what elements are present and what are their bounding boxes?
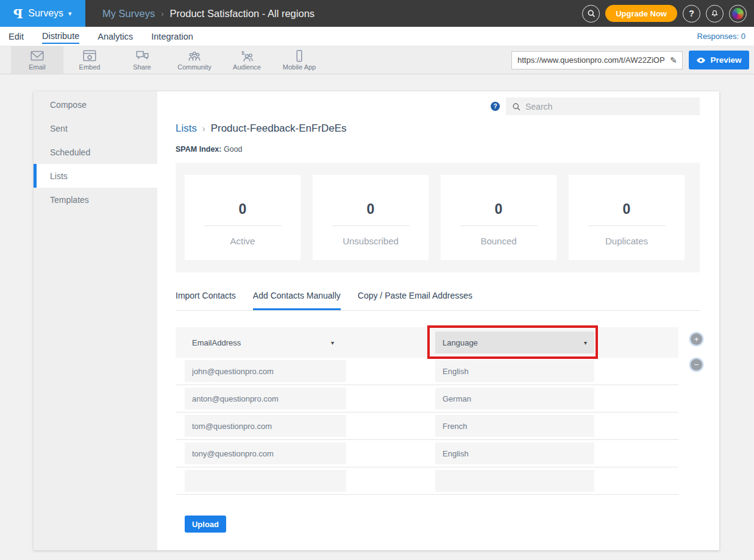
spam-index-value: Good <box>224 145 243 154</box>
stat-card-duplicates: 0 Duplicates <box>569 175 685 260</box>
avatar-logo-icon <box>732 8 744 19</box>
email-input[interactable] <box>185 360 346 382</box>
contacts-table: EmailAddress ▾ Language ▾ <box>176 327 678 495</box>
nav-integration[interactable]: Integration <box>151 29 193 43</box>
page-title: Product Satisfaction - All regions <box>170 8 315 19</box>
sidebar-item-sent[interactable]: Sent <box>34 116 157 140</box>
list-search-input[interactable] <box>525 102 700 112</box>
remove-row-button[interactable]: − <box>691 359 702 370</box>
bell-icon <box>710 9 719 18</box>
language-input[interactable] <box>435 470 594 492</box>
stat-value: 0 <box>313 201 429 218</box>
tab-copy-paste-email-addresses[interactable]: Copy / Paste Email Addresses <box>358 291 472 310</box>
top-bar: P Surveys ▾ My Surveys › Product Satisfa… <box>0 0 754 27</box>
edit-url-pencil-icon[interactable]: ✎ <box>670 55 682 65</box>
toolbar-item-mobile-app[interactable]: Mobile App <box>273 46 325 74</box>
upgrade-now-button[interactable]: Upgrade Now <box>605 5 677 22</box>
surveys-product-menu[interactable]: P Surveys ▾ <box>0 0 85 27</box>
add-row-button[interactable]: + <box>691 333 702 345</box>
toolbar-item-share[interactable]: Share <box>116 46 168 74</box>
email-column-select[interactable]: EmailAddress ▾ <box>185 331 341 353</box>
email-input[interactable] <box>185 388 346 409</box>
chevron-down-icon: ▾ <box>331 339 334 346</box>
breadcrumb-lists-link[interactable]: Lists <box>176 122 197 135</box>
list-search-box <box>506 97 700 115</box>
survey-url-field: ✎ <box>511 51 683 69</box>
notifications-button[interactable] <box>706 5 724 23</box>
toolbar-right: ✎ Preview <box>511 46 754 74</box>
language-input[interactable] <box>435 388 594 409</box>
stat-card-unsubscribed: 0 Unsubscribed <box>313 175 429 260</box>
tab-import-contacts[interactable]: Import Contacts <box>176 291 236 310</box>
preview-button[interactable]: Preview <box>689 51 749 69</box>
mobile-phone-icon <box>291 49 307 63</box>
sidebar-item-compose[interactable]: Compose <box>34 93 157 116</box>
stat-label: Unsubscribed <box>313 236 429 246</box>
breadcrumb-my-surveys[interactable]: My Surveys <box>102 8 155 19</box>
list-name: Product-Feedback-EnFrDeEs <box>211 122 347 135</box>
toolbar-item-audience[interactable]: $ Audience <box>221 46 273 74</box>
toolbar-item-email[interactable]: Email <box>11 46 63 74</box>
stat-value: 0 <box>569 201 685 218</box>
chevron-down-icon: ▾ <box>68 10 72 18</box>
sidebar-item-templates[interactable]: Templates <box>34 188 157 211</box>
contact-row <box>176 385 678 413</box>
nav-distribute[interactable]: Distribute <box>42 29 79 44</box>
tab-add-contacts-manually[interactable]: Add Contacts Manually <box>253 291 341 310</box>
stat-value: 0 <box>185 201 301 218</box>
upload-button[interactable]: Upload <box>185 516 226 533</box>
stat-card-active: 0 Active <box>185 175 301 260</box>
list-stats-panel: 0 Active 0 Unsubscribed 0 Bounced 0 Dupl… <box>176 163 700 272</box>
embed-icon <box>82 49 98 63</box>
contact-row <box>176 413 678 440</box>
email-input[interactable] <box>185 442 346 464</box>
distribute-toolbar: Email Embed Share Community $ Audience M… <box>0 46 754 74</box>
help-button[interactable]: ? <box>683 5 700 23</box>
search-button[interactable] <box>582 5 600 23</box>
stat-card-bounced: 0 Bounced <box>441 175 557 260</box>
email-lists-card: Compose Sent Scheduled Lists Templates ?… <box>34 91 719 550</box>
stat-divider <box>332 225 410 226</box>
svg-text:$: $ <box>241 50 244 56</box>
topbar-actions: Upgrade Now ? <box>582 5 754 23</box>
sidebar-item-lists[interactable]: Lists <box>34 164 157 188</box>
breadcrumb-separator: › <box>202 124 205 133</box>
nav-edit[interactable]: Edit <box>9 29 24 43</box>
row-controls: + − <box>691 333 702 370</box>
contact-row-empty <box>176 467 678 495</box>
stat-label: Bounced <box>441 236 557 246</box>
search-icon <box>512 102 521 111</box>
community-people-icon <box>187 49 202 63</box>
toolbar-item-embed[interactable]: Embed <box>63 46 116 74</box>
survey-url-input[interactable] <box>512 52 670 69</box>
language-input[interactable] <box>435 442 594 464</box>
email-input[interactable] <box>185 415 346 437</box>
toolbar-item-community[interactable]: Community <box>168 46 221 74</box>
language-input[interactable] <box>435 415 594 437</box>
language-input[interactable] <box>435 360 594 382</box>
account-avatar[interactable] <box>729 5 747 23</box>
product-label: Surveys <box>28 8 63 19</box>
audience-icon: $ <box>239 49 255 63</box>
language-column-select[interactable]: Language ▾ <box>435 331 594 353</box>
eye-icon <box>696 57 706 64</box>
share-bubbles-icon <box>134 49 150 63</box>
stat-value: 0 <box>441 201 557 218</box>
survey-nav: Edit Distribute Analytics Integration Re… <box>0 27 754 46</box>
stat-divider <box>460 225 538 226</box>
questionpro-logo: P <box>13 6 23 21</box>
question-mark-icon: ? <box>689 9 694 18</box>
email-input[interactable] <box>185 470 346 492</box>
help-circle-icon[interactable]: ? <box>491 102 500 111</box>
envelope-icon <box>29 49 45 63</box>
list-search-row: ? <box>176 97 700 115</box>
sidebar-item-scheduled[interactable]: Scheduled <box>34 140 157 164</box>
nav-analytics[interactable]: Analytics <box>98 29 133 43</box>
lists-content: ? Lists › Product-Feedback-EnFrDeEs SPAM… <box>157 91 719 550</box>
breadcrumb: My Surveys › Product Satisfaction - All … <box>102 8 315 19</box>
chevron-down-icon: ▾ <box>584 339 587 346</box>
responses-count: Responses: 0 <box>697 32 746 41</box>
email-sidebar: Compose Sent Scheduled Lists Templates <box>34 91 157 550</box>
stat-divider <box>204 225 282 226</box>
contacts-tabs: Import Contacts Add Contacts Manually Co… <box>176 291 700 311</box>
